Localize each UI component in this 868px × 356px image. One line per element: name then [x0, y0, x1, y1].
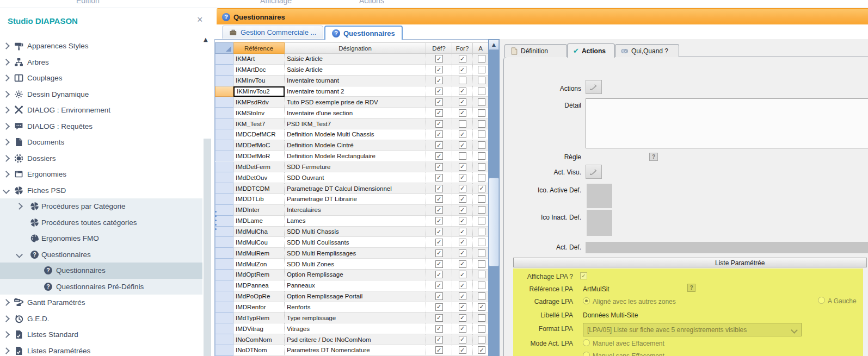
sidebar-item-ergonomies-fmo[interactable]: Ergonomies FMO	[0, 230, 202, 247]
menu-item-affichage[interactable]: Affichage	[260, 0, 292, 5]
sidebar-item-apparences-styles[interactable]: Apparences Styles	[0, 38, 202, 54]
checkbox-unchecked[interactable]	[478, 292, 485, 300]
row-header[interactable]	[215, 76, 233, 86]
cell-designation[interactable]: Definition Modele Cintré	[285, 140, 426, 151]
format-lpa-dropdown[interactable]: [LPA/05] Liste sur fiche avec 5 enregist…	[583, 323, 802, 336]
checkbox-checked[interactable]: ✓	[459, 336, 466, 343]
cell-designation[interactable]: Inventaire d'une section	[285, 108, 426, 118]
row-header[interactable]	[215, 129, 233, 140]
checkbox-unchecked[interactable]	[459, 152, 466, 160]
regle-help-button[interactable]: ?	[649, 153, 658, 161]
reference-lpa-help-button[interactable]: ?	[687, 284, 695, 292]
cell-designation[interactable]: Psd critere / Doc INoComNom	[285, 334, 426, 345]
cell-reference[interactable]: IMDDTLib	[233, 194, 285, 205]
sidebar-item-questionnaires[interactable]: ?Questionnaires	[0, 247, 202, 263]
chevron-right-icon[interactable]	[3, 347, 10, 354]
cell-reference[interactable]: IMdTypRem	[233, 313, 285, 323]
checkbox-checked[interactable]: ✓	[459, 249, 466, 257]
close-icon[interactable]: ×	[197, 15, 203, 24]
checkbox-checked[interactable]: ✓	[459, 98, 466, 106]
checkbox-checked[interactable]: ✓	[459, 130, 466, 138]
table-row-IMdOptRem[interactable]: IMdOptRemOption Remplissage✓✓	[215, 270, 489, 280]
column-header-a[interactable]: A	[473, 42, 489, 54]
sidebar-item-questionnaires[interactable]: ?Questionnaires	[0, 263, 202, 279]
table-row-IMdMulCou[interactable]: IMdMulCouSDD Multi Coulissants✓✓	[215, 237, 489, 248]
row-header[interactable]	[215, 270, 233, 280]
checkbox-checked[interactable]: ✓	[459, 217, 466, 224]
cell-designation[interactable]: SDD Multi Zones	[285, 259, 426, 270]
checkbox-checked[interactable]: ✓	[459, 260, 466, 268]
table-row-IKMStoInv[interactable]: IKMStoInvInventaire d'une section✓✓	[215, 108, 489, 118]
cell-designation[interactable]: PSD IKM_Test7	[285, 118, 426, 129]
checkbox-unchecked[interactable]	[478, 239, 485, 246]
checkbox-unchecked[interactable]	[478, 336, 485, 343]
checkbox-checked[interactable]: ✓	[435, 120, 443, 128]
sidebar-item-arbres[interactable]: Arbres	[0, 54, 202, 71]
cell-reference[interactable]: IMdDetFerm	[233, 162, 285, 173]
cell-reference[interactable]: IMDDefMoR	[233, 151, 285, 162]
affichage-lpa-checkbox[interactable]: ✓	[580, 272, 587, 279]
column-header-for[interactable]: For?	[452, 42, 473, 54]
chevron-right-icon[interactable]	[16, 203, 23, 210]
cell-designation[interactable]: Tuto PSD exemple prise de RDV	[285, 97, 426, 108]
row-header[interactable]	[215, 280, 233, 291]
checkbox-checked[interactable]: ✓	[435, 292, 443, 300]
cell-reference[interactable]: IMDVitrag	[233, 323, 285, 334]
libelle-lpa-value[interactable]: Données Multi-Site	[583, 311, 638, 319]
cell-reference[interactable]: IMDCDefMCR	[233, 129, 285, 140]
row-header[interactable]	[215, 313, 233, 323]
checkbox-checked[interactable]: ✓	[478, 303, 485, 311]
chevron-right-icon[interactable]	[3, 91, 10, 98]
checkbox-checked[interactable]: ✓	[435, 239, 443, 246]
checkbox-checked[interactable]: ✓	[435, 206, 443, 214]
cadrage-radio-selected[interactable]	[583, 297, 590, 304]
cell-reference[interactable]: IKMArt	[233, 54, 285, 65]
sidebar-scrollbar-thumb[interactable]	[204, 139, 211, 356]
checkbox-checked[interactable]: ✓	[435, 228, 443, 235]
checkbox-unchecked[interactable]	[478, 314, 485, 322]
cell-reference[interactable]: IKMStoInv	[233, 108, 285, 118]
ico-active-image-box[interactable]	[587, 184, 612, 208]
select-all-corner[interactable]	[215, 42, 233, 54]
checkbox-unchecked[interactable]	[478, 66, 485, 73]
checkbox-checked[interactable]: ✓	[435, 217, 443, 224]
doc-tab-questionnaires[interactable]: ?Questionnaires	[324, 26, 403, 40]
checkbox-unchecked[interactable]	[478, 88, 485, 95]
sidebar-item-gantt-param-tr-s[interactable]: Gantt Paramétrés	[0, 295, 202, 311]
checkbox-checked[interactable]: ✓	[435, 282, 443, 289]
chevron-right-icon[interactable]	[3, 123, 10, 130]
checkbox-checked[interactable]: ✓	[435, 346, 443, 354]
row-header[interactable]	[215, 108, 233, 118]
panel-splitter[interactable]	[215, 211, 217, 235]
checkbox-unchecked[interactable]	[478, 206, 485, 214]
checkbox-unchecked[interactable]	[478, 55, 485, 63]
chevron-right-icon[interactable]	[3, 74, 10, 82]
checkbox-checked[interactable]: ✓	[435, 303, 443, 311]
cell-reference[interactable]: IKMPsdRdv	[233, 97, 285, 108]
row-header[interactable]	[215, 216, 233, 227]
checkbox-checked[interactable]: ✓	[435, 88, 443, 95]
menu-item-actions[interactable]: Actions	[359, 0, 384, 5]
scroll-up-icon[interactable]: ▲	[204, 36, 208, 42]
checkbox-checked[interactable]: ✓	[459, 303, 466, 311]
checkbox-unchecked[interactable]	[478, 271, 485, 278]
checkbox-unchecked[interactable]	[478, 120, 485, 128]
sidebar-item-ergonomies[interactable]: Ergonomies	[0, 166, 202, 183]
sidebar-item-dialog-environnement[interactable]: DIALOG : Environnement	[0, 102, 202, 118]
cell-reference[interactable]: IMdPoOpRe	[233, 291, 285, 302]
checkbox-unchecked[interactable]	[478, 77, 485, 84]
chevron-right-icon[interactable]	[3, 299, 10, 306]
checkbox-unchecked[interactable]	[478, 109, 485, 117]
table-row-INoComNom[interactable]: INoComNomPsd critere / Doc INoComNom✓✓	[215, 334, 489, 345]
detail-tab-d-finition[interactable]: Définition	[504, 44, 567, 57]
sidebar-item-proc-dures-toutes-cat-gories[interactable]: Procédures toutes catégories	[0, 215, 202, 231]
mode-radio-manuel-sans-effacement[interactable]	[583, 352, 590, 356]
column-header-rfrence[interactable]: Référence	[233, 42, 285, 54]
checkbox-checked[interactable]: ✓	[459, 195, 466, 203]
ico-inact-image-box[interactable]	[587, 210, 612, 236]
sidebar-item-dossiers[interactable]: Dossiers	[0, 151, 202, 167]
column-header-df[interactable]: Déf?	[426, 42, 452, 54]
cell-reference[interactable]: IKM_Test7	[233, 118, 285, 129]
checkbox-unchecked[interactable]	[478, 282, 485, 289]
cell-designation[interactable]: SDD Multi Chassis	[285, 227, 426, 238]
